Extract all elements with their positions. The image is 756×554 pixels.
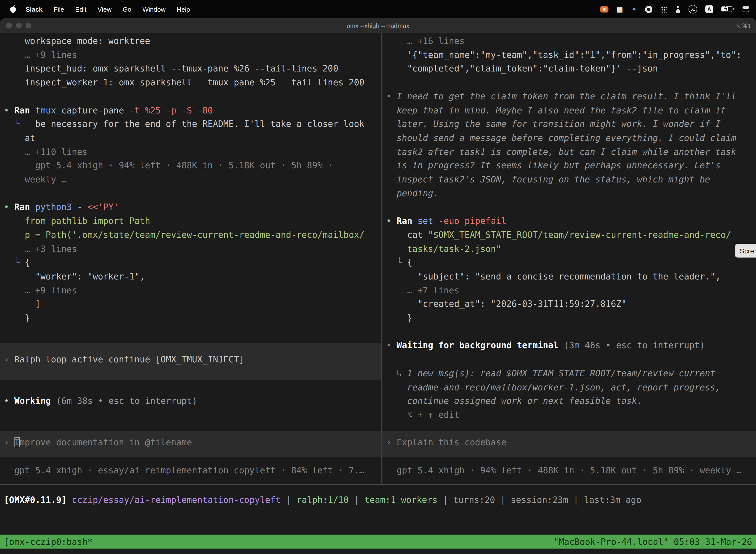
- terminal-line: later. Using the same for transition mig…: [386, 117, 756, 131]
- window-shortcut-badge: ⌥⌘1: [735, 22, 751, 29]
- terminal-line: '{"team_name":"my-team","task_id":"1","f…: [386, 48, 756, 62]
- screen-popup-label: Scre: [740, 247, 754, 255]
- terminal-line: … +9 lines: [4, 48, 381, 62]
- close-button[interactable]: [6, 22, 12, 28]
- terminal-line: inspect_hud: omx sparkshell --tmux-pane …: [4, 62, 381, 76]
- apps-grid-icon[interactable]: [660, 6, 667, 12]
- pane-bottom-border: [0, 484, 756, 485]
- tmux-session-label: [omx-cczip0:bash*: [4, 535, 93, 549]
- menu-item-window[interactable]: Window: [142, 5, 166, 13]
- terminal-line: tasks/task-2.json": [386, 242, 756, 256]
- terminal-line: gpt-5.4 xhigh · 94% left · 488K in · 5.1…: [4, 159, 381, 173]
- terminal-line: … +3 lines: [4, 242, 381, 256]
- terminal-line: › Explain this codebase: [386, 436, 756, 450]
- terminal-line: gpt-5.4 xhigh · 94% left · 488K in · 5.1…: [386, 463, 756, 477]
- terminal-line: p = Path('.omx/state/team/review-current…: [4, 228, 381, 242]
- menu-status-icons: ▦ ✦ 61 A ϟ: [600, 5, 756, 13]
- terminal-line: from pathlib import Path: [4, 214, 381, 228]
- terminal-line: "worker": "worker-1",: [4, 270, 381, 283]
- window-title-bar: omx --xhigh --madmax ⌥⌘1: [0, 18, 756, 33]
- terminal-line: • Working (6m 38s • esc to interrupt): [4, 394, 381, 408]
- tmux-status-bar: [omx-cczip0:bash* "MacBook-Pro-44.local"…: [0, 535, 756, 549]
- active-app-menu[interactable]: Slack: [25, 5, 43, 13]
- terminal-line: task2 after task1 is complete, but can I…: [386, 145, 756, 159]
- terminal-line: inspect_worker-1: omx sparkshell --tmux-…: [4, 76, 381, 90]
- minimize-button[interactable]: [16, 22, 21, 28]
- menu-item-view[interactable]: View: [98, 5, 111, 13]
- terminal-line: • Waiting for background terminal (3m 46…: [386, 339, 756, 353]
- pane-right[interactable]: … +16 lines '{"team_name":"my-team","tas…: [382, 33, 756, 484]
- zoom-button[interactable]: [25, 22, 31, 28]
- terminal-line: weekly …: [4, 173, 381, 187]
- apple-menu[interactable]: [10, 5, 16, 13]
- round-app-icon[interactable]: [645, 5, 652, 13]
- tmux-host-clock-label: "MacBook-Pro-44.local" 05:03 31-Mar-26: [554, 535, 752, 549]
- terminal-line: gpt-5.4 xhigh · essay/ai-reimplementatio…: [4, 463, 381, 477]
- terminal-line: • Ran set -euo pipefail: [386, 214, 756, 228]
- terminal-line: ↳ 1 new msg(s): read $OMX_TEAM_STATE_ROO…: [386, 367, 756, 381]
- pane-left-lines: workspace_mode: worktree … +9 lines insp…: [0, 33, 381, 484]
- terminal-line: … +110 lines: [4, 145, 381, 159]
- omx-status-line: [OMX#0.11.9] cczip/essay/ai-reimplementa…: [0, 493, 756, 507]
- terminal-line: … +9 lines: [4, 283, 381, 297]
- blue-app-icon[interactable]: ✦: [631, 5, 637, 13]
- screen: Slack FileEditViewGoWindowHelp ▦ ✦ 61 A …: [0, 0, 756, 554]
- window-title: omx --xhigh --madmax: [347, 22, 410, 29]
- terminal: workspace_mode: worktree … +9 lines insp…: [0, 33, 756, 554]
- terminal-line: ⌥ + ↑ edit: [386, 408, 756, 422]
- terminal-line: cat "$OMX_TEAM_STATE_ROOT/team/review-cu…: [386, 228, 756, 242]
- terminal-line: inspect task2's JSON, focusing on the st…: [386, 173, 756, 187]
- terminal-line: • Ran tmux capture-pane -t %25 -p -S -80: [4, 104, 381, 117]
- terminal-line: • Ran python3 - <<'PY': [4, 200, 381, 214]
- menu-item-edit[interactable]: Edit: [75, 5, 86, 13]
- terminal-line: … +7 lines: [386, 283, 756, 297]
- menu-items: FileEditViewGoWindowHelp: [54, 5, 201, 13]
- terminal-line: workspace_mode: worktree: [4, 34, 381, 48]
- menu-item-file[interactable]: File: [54, 5, 64, 13]
- terminal-line: }: [4, 311, 381, 325]
- input-source-icon[interactable]: A: [705, 5, 713, 13]
- terminal-line: └ {: [386, 256, 756, 270]
- battery-icon[interactable]: ϟ: [721, 6, 733, 12]
- window-controls: [6, 18, 31, 33]
- terminal-line: continue assigned work or next feasible …: [386, 394, 756, 408]
- apple-icon: [10, 5, 16, 13]
- terminal-line: "completed","claim_token":"claim-token"}…: [386, 62, 756, 76]
- terminal-line: pending.: [386, 187, 756, 201]
- menu-bar: Slack FileEditViewGoWindowHelp ▦ ✦ 61 A …: [0, 0, 756, 18]
- terminal-line: … +16 lines: [386, 34, 756, 48]
- terminal-line: ]: [4, 297, 381, 311]
- screen-recording-indicator[interactable]: [600, 6, 609, 12]
- screen-popup: Scre: [735, 244, 756, 258]
- terminal-line: at: [4, 131, 381, 145]
- pane-right-lines: … +16 lines '{"team_name":"my-team","tas…: [382, 33, 756, 484]
- terminal-line: readme-and-reco/mailbox/worker-1.json, a…: [386, 381, 756, 394]
- terminal-line: └ be necessary for the end of the README…: [4, 117, 381, 131]
- terminal-line: › Ralph loop active continue [OMX_TMUX_I…: [4, 353, 381, 367]
- terminal-line: is in progress? It seems likely but perh…: [386, 159, 756, 173]
- keyboard-icon[interactable]: ▦: [617, 5, 623, 13]
- terminal-line: • I need to get the claim token from the…: [386, 90, 756, 104]
- control-center-icon[interactable]: [743, 6, 749, 12]
- terminal-line: }: [386, 311, 756, 325]
- terminal-line: keep that in mind. Maybe I also need the…: [386, 104, 756, 117]
- battery-percent-badge[interactable]: 61: [689, 5, 697, 13]
- terminal-line: › Improve documentation in @filename: [4, 436, 381, 450]
- menu-item-help[interactable]: Help: [177, 5, 190, 13]
- terminal-line: └ {: [4, 256, 381, 270]
- terminal-line: "subject": "send a concise recommendatio…: [386, 270, 756, 283]
- terminal-line: should send a message before completing …: [386, 131, 756, 145]
- terminal-line: "created_at": "2026-03-31T11:59:27.816Z": [386, 297, 756, 311]
- person-icon[interactable]: [675, 5, 680, 13]
- menu-item-go[interactable]: Go: [123, 5, 131, 13]
- pane-left[interactable]: workspace_mode: worktree … +9 lines insp…: [0, 33, 381, 484]
